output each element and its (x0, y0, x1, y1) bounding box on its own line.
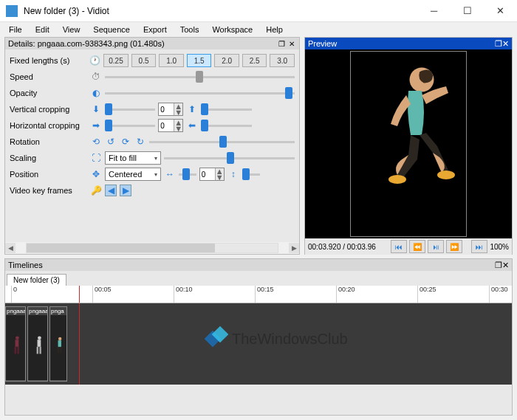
menu-edit[interactable]: Edit (30, 24, 55, 35)
menu-workspace[interactable]: Workspace (206, 24, 258, 35)
pos-v-icon[interactable]: ↕ (227, 168, 239, 180)
window-controls: ─ ☐ ✕ (417, 0, 517, 22)
runner-image (353, 55, 464, 233)
vcrop-right-slider[interactable] (201, 109, 251, 111)
menu-help[interactable]: Help (260, 24, 289, 35)
hcrop-right-slider[interactable] (201, 125, 251, 127)
goto-start-button[interactable]: ⏮ (391, 240, 407, 253)
opacity-slider[interactable] (105, 92, 295, 94)
svg-rect-6 (17, 347, 18, 354)
position-icon[interactable]: ✥ (90, 168, 102, 180)
pos-h-slider[interactable] (179, 173, 196, 176)
rotate-180-icon[interactable]: ⟳ (120, 136, 131, 148)
key-icon[interactable]: 🔑 (90, 185, 102, 196)
close-panel-icon[interactable]: ✕ (287, 39, 296, 48)
preview-zoom: 100% (490, 243, 509, 251)
length-2-5[interactable]: 2.5 (242, 54, 267, 67)
hcrop-spinner[interactable]: ▲▼ (158, 119, 183, 132)
label-vcrop: Vertical cropping (10, 105, 87, 114)
hcrop-left-icon[interactable]: ⬅ (186, 120, 198, 131)
label-speed: Speed (10, 72, 87, 81)
vcrop-up-icon[interactable]: ⬆ (186, 103, 198, 115)
minimize-button[interactable]: ─ (417, 0, 451, 22)
menu-view[interactable]: View (57, 24, 86, 35)
details-header: Details: pngaaa.com-938343.png (01.480s)… (5, 38, 299, 49)
timeline-ruler[interactable]: 0 00:05 00:10 00:15 00:20 00:25 00:30 (5, 286, 512, 303)
pos-h-icon[interactable]: ↔ (164, 168, 176, 180)
ruler-tick: 0 (11, 286, 17, 303)
pos-spinner[interactable]: ▲▼ (199, 168, 225, 181)
menu-sequence[interactable]: Sequence (87, 24, 136, 35)
timelines-tabbar: New folder (3) (5, 271, 512, 286)
svg-rect-13 (58, 347, 59, 354)
speed-icon[interactable]: ⏱ (90, 71, 102, 83)
svg-rect-12 (58, 340, 61, 347)
ruler-tick: 00:10 (174, 286, 193, 303)
preview-close-icon[interactable]: ✕ (502, 39, 509, 49)
scroll-right-icon[interactable]: ▶ (289, 243, 299, 253)
length-0-25[interactable]: 0.25 (103, 54, 129, 67)
menu-export[interactable]: Export (137, 24, 173, 35)
label-opacity: Opacity (10, 89, 87, 97)
keyframe-prev-icon[interactable]: ◀ (105, 185, 117, 196)
timeline-clip[interactable]: pngaaa (27, 306, 48, 382)
details-panel: Details: pngaaa.com-938343.png (01.480s)… (4, 37, 300, 255)
row-position: Position ✥ Centered▾ ↔ ▲▼ ↕ (10, 166, 295, 182)
maximize-button[interactable]: ☐ (451, 0, 484, 22)
details-hscroll[interactable]: ◀ ▶ (5, 242, 299, 254)
scroll-left-icon[interactable]: ◀ (5, 243, 16, 253)
goto-end-button[interactable]: ⏭ (471, 240, 487, 253)
label-scaling: Scaling (10, 154, 87, 162)
keyframe-next-icon[interactable]: ▶ (120, 185, 131, 196)
playhead[interactable] (79, 286, 80, 303)
scale-icon[interactable]: ⛶ (90, 152, 102, 164)
restore-icon[interactable]: ❐ (277, 39, 286, 48)
next-frame-button[interactable]: ⏩ (446, 240, 462, 253)
position-combo[interactable]: Centered▾ (105, 168, 161, 181)
menu-tools[interactable]: Tools (174, 24, 205, 35)
row-scaling: Scaling ⛶ Fit to fill▾ (10, 150, 295, 166)
timelines-restore-icon[interactable]: ❐ (495, 261, 502, 270)
rotate-ccw-icon[interactable]: ↺ (105, 136, 117, 148)
label-rotation: Rotation (10, 137, 87, 146)
length-0-5[interactable]: 0.5 (131, 54, 157, 67)
vcrop-down-icon[interactable]: ⬇ (90, 103, 102, 115)
svg-point-1 (388, 175, 406, 184)
svg-rect-8 (38, 340, 41, 347)
speed-slider[interactable] (105, 76, 295, 78)
rotate-cw-icon[interactable]: ↻ (134, 136, 146, 148)
scaling-combo[interactable]: Fit to fill▾ (105, 151, 161, 165)
length-1-0[interactable]: 1.0 (159, 54, 184, 67)
close-button[interactable]: ✕ (484, 0, 517, 22)
prev-frame-button[interactable]: ⏪ (409, 240, 425, 253)
svg-point-11 (58, 337, 61, 340)
watermark-text: TheWindowsClub (232, 331, 348, 348)
playhead-track[interactable] (79, 303, 80, 385)
opacity-icon[interactable]: ◐ (90, 87, 102, 99)
vcrop-left-slider[interactable] (105, 109, 155, 111)
scaling-slider[interactable] (164, 157, 295, 159)
pos-v-slider[interactable] (242, 173, 260, 176)
timeline-clip[interactable]: pnga (49, 306, 67, 382)
length-1-5[interactable]: 1.5 (187, 54, 212, 67)
menu-file[interactable]: File (3, 24, 28, 35)
preview-canvas (305, 49, 512, 238)
hcrop-left-slider[interactable] (105, 125, 155, 127)
timeline-clip[interactable]: pngaaa (5, 306, 26, 382)
timeline-tab[interactable]: New folder (3) (7, 274, 66, 286)
app-icon (6, 5, 18, 17)
clock-icon[interactable]: 🕐 (89, 55, 100, 66)
preview-time: 00:03.920 / 00:03.96 (308, 243, 376, 251)
row-vcrop: Vertical cropping ⬇ ▲▼ ⬆ (10, 101, 295, 117)
length-3-0[interactable]: 3.0 (270, 54, 295, 67)
length-2-0[interactable]: 2.0 (214, 54, 239, 67)
timelines-close-icon[interactable]: ✕ (502, 261, 509, 270)
svg-rect-4 (16, 340, 19, 347)
hcrop-right-icon[interactable]: ➡ (90, 120, 102, 131)
vcrop-spinner[interactable]: ▲▼ (158, 103, 183, 116)
preview-restore-icon[interactable]: ❐ (495, 39, 502, 49)
clip-label: pnga (50, 307, 66, 315)
play-button[interactable]: ⏯ (428, 240, 444, 253)
rotate-reset-icon[interactable]: ⟲ (90, 136, 102, 148)
rotation-slider[interactable] (149, 141, 295, 143)
